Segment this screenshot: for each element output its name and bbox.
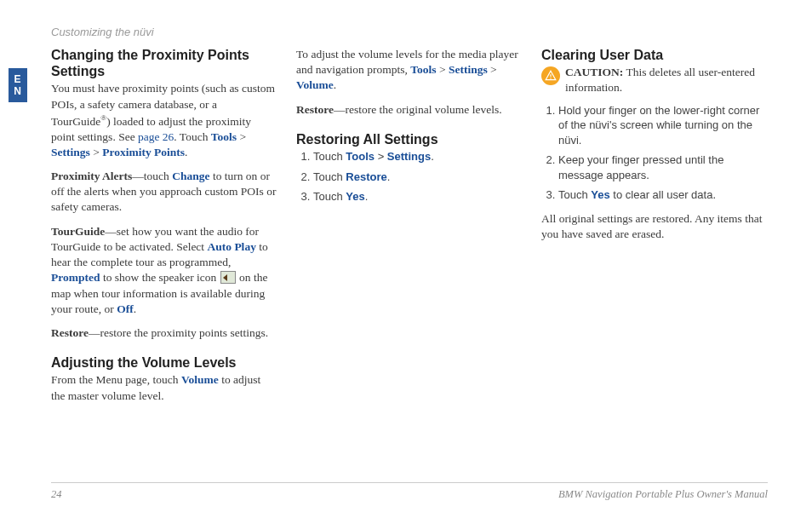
language-tab: E N bbox=[9, 68, 27, 102]
heading-clearing-data: Clearing User Data bbox=[541, 47, 768, 63]
restore-prox-para: Restore—restore the proximity points set… bbox=[51, 325, 277, 341]
clear-steps-list: Hold your finger on the lower-right corn… bbox=[541, 103, 768, 203]
list-item: Touch Restore. bbox=[313, 170, 523, 185]
text: —touch bbox=[132, 170, 172, 182]
text: . bbox=[334, 78, 336, 91]
content-columns: Changing the Proximity Points Settings Y… bbox=[51, 47, 768, 456]
manual-title: BMW Navigation Portable Plus Owner's Man… bbox=[558, 488, 768, 501]
ui-auto-play: Auto Play bbox=[208, 240, 256, 253]
proximity-alerts-para: Proximity Alerts—touch Change to turn on… bbox=[51, 169, 277, 216]
ui-restore: Restore bbox=[346, 170, 386, 183]
sep: > bbox=[488, 63, 497, 76]
restore-volume-para: Restore—restore the original volume leve… bbox=[296, 102, 523, 118]
ui-off: Off bbox=[117, 302, 134, 315]
heading-volume-levels: Adjusting the Volume Levels bbox=[51, 354, 277, 371]
volume-media-para: To adjust the volume levels for the medi… bbox=[296, 47, 523, 94]
ui-path-tools: Tools bbox=[211, 130, 237, 143]
speaker-icon bbox=[220, 271, 236, 284]
text: . bbox=[431, 150, 434, 163]
ui-change: Change bbox=[172, 170, 209, 182]
ui-path-settings: Settings bbox=[51, 146, 90, 158]
ui-path-tools: Tools bbox=[410, 63, 436, 76]
label-tourguide: TourGuide bbox=[51, 225, 105, 238]
text: . bbox=[134, 302, 136, 315]
text: to clear all user data. bbox=[610, 188, 716, 201]
sep: > bbox=[90, 146, 102, 158]
page-number: 24 bbox=[51, 488, 62, 501]
text: . bbox=[387, 170, 391, 183]
warning-icon bbox=[541, 66, 560, 85]
page-footer: 24 BMW Navigation Portable Plus Owner's … bbox=[51, 482, 768, 501]
tourguide-para: TourGuide—set how you want the audio for… bbox=[51, 224, 277, 317]
restore-steps-list: Touch Tools > Settings. Touch Restore. T… bbox=[296, 149, 523, 204]
ui-path-proximity: Proximity Points bbox=[102, 146, 185, 158]
ui-yes: Yes bbox=[591, 188, 609, 201]
ui-path-settings: Settings bbox=[449, 63, 488, 76]
label-restore: Restore bbox=[296, 103, 334, 116]
label-proximity-alerts: Proximity Alerts bbox=[51, 170, 132, 182]
text: . bbox=[365, 190, 369, 203]
list-item: Touch Yes to clear all user data. bbox=[558, 187, 768, 203]
ui-tools: Tools bbox=[346, 150, 375, 163]
page-body: Customizing the nüvi Changing the Proxim… bbox=[0, 0, 812, 456]
caution-text: CAUTION: This deletes all user-entered i… bbox=[565, 65, 768, 95]
sep: > bbox=[237, 130, 246, 143]
ui-settings: Settings bbox=[387, 150, 431, 163]
ui-yes: Yes bbox=[346, 190, 364, 203]
list-item: Keep your finger pressed until the messa… bbox=[558, 153, 768, 182]
text: to show the speaker icon bbox=[100, 271, 220, 284]
svg-point-1 bbox=[550, 78, 551, 78]
list-item: Touch Tools > Settings. bbox=[313, 149, 523, 164]
ui-path-volume: Volume bbox=[296, 78, 334, 91]
list-item: Touch Yes. bbox=[313, 189, 523, 204]
heading-proximity-settings: Changing the Proximity Points Settings bbox=[51, 47, 277, 79]
ui-prompted: Prompted bbox=[51, 271, 100, 284]
ui-volume: Volume bbox=[181, 373, 219, 386]
text: Touch bbox=[313, 150, 346, 163]
text: Touch bbox=[558, 188, 591, 201]
text: From the Menu page, touch bbox=[51, 373, 181, 386]
text: —restore the proximity points settings. bbox=[89, 326, 268, 339]
label-restore: Restore bbox=[51, 326, 89, 339]
text: Touch bbox=[313, 190, 346, 203]
caution-label: CAUTION: bbox=[565, 66, 623, 78]
heading-restoring-all: Restoring All Settings bbox=[296, 131, 523, 147]
text: —restore the original volume levels. bbox=[334, 103, 502, 116]
text: . bbox=[185, 146, 187, 158]
page-ref-link[interactable]: page 26 bbox=[138, 130, 174, 143]
language-code: E N bbox=[9, 73, 27, 97]
volume-intro: From the Menu page, touch Volume to adju… bbox=[51, 372, 277, 403]
sep: > bbox=[375, 150, 387, 163]
list-item: Hold your finger on the lower-right corn… bbox=[558, 103, 768, 148]
caution-block: CAUTION: This deletes all user-entered i… bbox=[541, 65, 768, 95]
running-head: Customizing the nüvi bbox=[51, 26, 768, 38]
clear-end-para: All original settings are restored. Any … bbox=[541, 211, 768, 242]
sep: > bbox=[437, 63, 449, 76]
text: Touch bbox=[313, 170, 346, 183]
text: . Touch bbox=[174, 130, 210, 143]
prox-intro: You must have proximity points (such as … bbox=[51, 81, 277, 160]
